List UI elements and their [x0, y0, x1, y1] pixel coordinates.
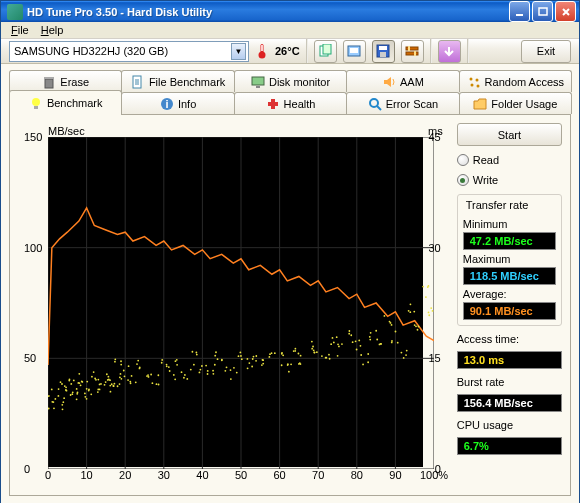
svg-point-58 — [62, 408, 64, 410]
copy-screenshot-button[interactable] — [343, 40, 366, 63]
save-button[interactable] — [372, 40, 395, 63]
svg-point-235 — [341, 343, 343, 345]
svg-point-77 — [77, 382, 79, 384]
svg-point-98 — [99, 389, 101, 391]
read-radio[interactable] — [457, 154, 469, 166]
toolbar: SAMSUNG HD322HJ (320 GB) ▼ 26°C Exit — [1, 39, 579, 64]
svg-rect-17 — [44, 77, 54, 79]
svg-point-213 — [294, 350, 296, 352]
svg-point-249 — [360, 354, 362, 356]
read-radio-row[interactable]: Read — [457, 152, 562, 168]
start-button[interactable]: Start — [457, 123, 562, 146]
tab-benchmark[interactable]: Benchmark — [9, 90, 122, 114]
svg-point-157 — [190, 369, 192, 371]
svg-point-257 — [376, 339, 378, 341]
cpu-label: CPU usage — [457, 419, 562, 431]
maximize-button[interactable] — [532, 1, 553, 22]
svg-point-237 — [338, 346, 340, 348]
svg-point-247 — [367, 353, 369, 355]
svg-point-241 — [350, 334, 352, 336]
svg-point-21 — [469, 77, 472, 80]
max-value: 118.5 MB/sec — [463, 267, 556, 285]
svg-point-115 — [120, 364, 122, 366]
write-radio[interactable] — [457, 174, 469, 186]
tab-file-benchmark[interactable]: File Benchmark — [121, 70, 234, 92]
y-tick-left: 100 — [24, 242, 42, 254]
copy-info-button[interactable] — [314, 40, 337, 63]
options-button[interactable] — [401, 40, 424, 63]
svg-point-148 — [169, 370, 171, 372]
svg-point-56 — [57, 395, 59, 397]
x-tick: 0 — [45, 469, 51, 481]
svg-point-96 — [97, 391, 99, 393]
svg-point-268 — [403, 357, 405, 359]
svg-point-65 — [70, 394, 72, 396]
svg-point-178 — [226, 366, 228, 368]
svg-rect-26 — [34, 106, 38, 109]
tab-random-access[interactable]: Random Access — [459, 70, 572, 92]
svg-point-92 — [93, 371, 95, 373]
svg-point-164 — [200, 369, 202, 371]
svg-point-228 — [328, 354, 330, 356]
x-tick: 70 — [312, 469, 324, 481]
y-axis-right: ms — [423, 123, 449, 487]
titlebar[interactable]: HD Tune Pro 3.50 - Hard Disk Utility — [1, 1, 579, 22]
svg-point-266 — [391, 340, 393, 342]
svg-point-73 — [71, 393, 73, 395]
tab-health[interactable]: Health — [234, 92, 347, 114]
drive-select[interactable]: SAMSUNG HD322HJ (320 GB) ▼ — [9, 41, 249, 62]
health-icon — [266, 97, 280, 111]
tab-info[interactable]: iInfo — [121, 92, 234, 114]
svg-point-275 — [418, 326, 420, 328]
svg-point-163 — [205, 365, 207, 367]
y-tick-right: 30 — [429, 242, 441, 254]
minimize-button[interactable] — [509, 1, 530, 22]
svg-point-75 — [76, 393, 78, 395]
burst-value: 156.4 MB/sec — [457, 394, 562, 412]
svg-point-128 — [131, 375, 133, 377]
svg-point-236 — [337, 343, 339, 345]
cpu-value: 6.7% — [457, 437, 562, 455]
svg-point-87 — [86, 388, 88, 390]
menu-file[interactable]: File — [5, 22, 35, 38]
svg-point-51 — [58, 388, 60, 390]
menu-help[interactable]: Help — [35, 22, 70, 38]
x-tick: 30 — [158, 469, 170, 481]
svg-point-88 — [90, 393, 92, 395]
svg-point-153 — [181, 371, 183, 373]
trash-icon — [42, 75, 56, 89]
svg-point-190 — [251, 366, 253, 368]
svg-point-259 — [384, 315, 386, 317]
chart-area: MB/sec ms 0102030405060708090100% 050100… — [18, 123, 449, 487]
svg-point-55 — [62, 401, 64, 403]
menubar: File Help — [1, 22, 579, 39]
svg-point-31 — [370, 99, 378, 107]
svg-point-183 — [241, 358, 243, 360]
svg-point-140 — [156, 383, 158, 385]
tab-aam[interactable]: AAM — [346, 70, 459, 92]
tab-erase[interactable]: Erase — [9, 70, 122, 92]
write-radio-row[interactable]: Write — [457, 172, 562, 188]
svg-point-70 — [73, 380, 75, 382]
tab-folder-usage[interactable]: Folder Usage — [459, 92, 572, 114]
chevron-down-icon[interactable]: ▼ — [231, 43, 246, 60]
folder-icon — [473, 97, 487, 111]
svg-point-276 — [415, 325, 417, 327]
separator — [430, 39, 432, 63]
exit-button[interactable]: Exit — [521, 40, 571, 63]
svg-point-274 — [408, 310, 410, 312]
tab-error-scan[interactable]: Error Scan — [346, 92, 459, 114]
svg-point-121 — [119, 376, 121, 378]
svg-point-245 — [355, 340, 357, 342]
svg-point-203 — [282, 354, 284, 356]
tab-disk-monitor[interactable]: Disk monitor — [234, 70, 347, 92]
close-button[interactable] — [555, 1, 576, 22]
svg-point-218 — [298, 363, 300, 365]
minimize-tray-button[interactable] — [438, 40, 461, 63]
min-label: Minimum — [463, 218, 556, 230]
svg-point-182 — [230, 369, 232, 371]
separator — [306, 39, 308, 63]
svg-point-165 — [199, 372, 201, 374]
svg-point-110 — [109, 385, 111, 387]
svg-rect-15 — [414, 51, 416, 56]
